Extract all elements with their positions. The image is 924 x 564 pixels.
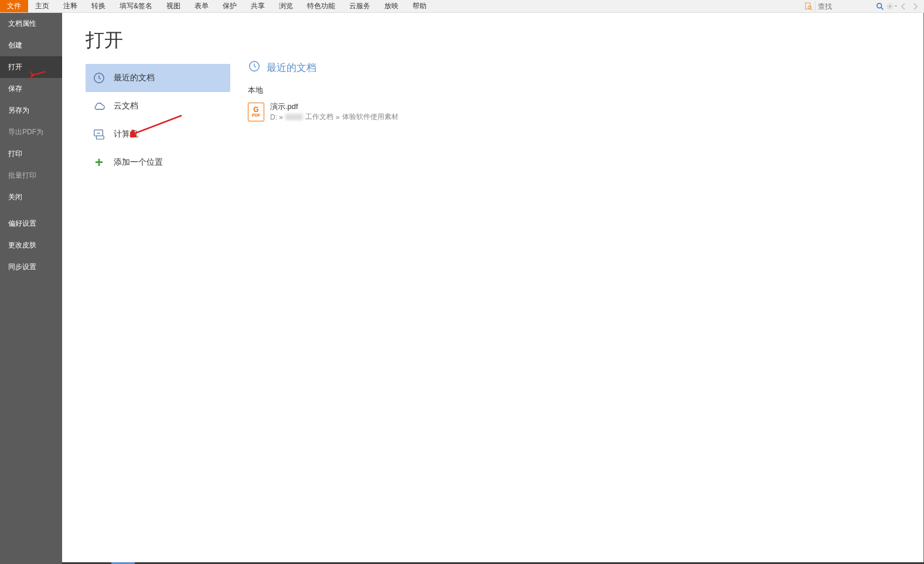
sidebar-item-5: 导出PDF为 [0, 121, 62, 143]
sidebar-item-11[interactable]: 同步设置 [0, 256, 62, 278]
location-label: 添加一个位置 [114, 157, 163, 168]
sidebar-item-9[interactable]: 偏好设置 [0, 213, 62, 235]
menu-tab-3[interactable]: 转换 [84, 0, 112, 12]
recent-file-item[interactable]: GPDF 演示.pdf D: » 工作文档 » 体验软件使用素材 [248, 99, 923, 124]
local-section-label: 本地 [248, 85, 923, 96]
recent-documents-title: 最近的文档 [267, 61, 316, 74]
menu-tab-1[interactable]: 主页 [28, 0, 56, 12]
nav-forward-icon[interactable] [910, 1, 920, 12]
clock-icon [248, 60, 261, 76]
sidebar-item-10[interactable]: 更改皮肤 [0, 235, 62, 256]
file-name: 演示.pdf [270, 101, 398, 112]
sidebar-item-0[interactable]: 文档属性 [0, 13, 62, 35]
clock-icon [93, 72, 105, 84]
menu-tab-11[interactable]: 云服务 [342, 0, 377, 12]
sidebar-item-4[interactable]: 另存为 [0, 100, 62, 121]
open-locations-panel: 打开 最近的文档 云文档 [62, 13, 230, 564]
location-cloud-documents[interactable]: 云文档 [86, 92, 230, 120]
menu-tab-8[interactable]: 共享 [244, 0, 272, 12]
sidebar-item-3[interactable]: 保存 [0, 78, 62, 100]
redacted-segment [285, 114, 303, 120]
menu-tab-4[interactable]: 填写&签名 [112, 0, 159, 12]
main-panel: 打开 最近的文档 云文档 [62, 13, 924, 564]
location-recent-documents[interactable]: 最近的文档 [86, 64, 230, 92]
menu-tab-7[interactable]: 保护 [216, 0, 244, 12]
sidebar-item-8[interactable]: 关闭 [0, 186, 62, 208]
menu-tab-10[interactable]: 特色功能 [300, 0, 342, 12]
sidebar-item-2[interactable]: 打开 [0, 56, 62, 78]
search-doc-icon[interactable] [803, 1, 814, 12]
menu-tab-12[interactable]: 放映 [377, 0, 405, 12]
recent-documents-header: 最近的文档 [248, 60, 923, 76]
recent-documents-panel: 最近的文档 本地 GPDF 演示.pdf D: » 工作文档 » 体验软件使用素… [230, 13, 923, 564]
computer-icon [93, 128, 105, 141]
svg-point-5 [889, 5, 891, 7]
search-icon[interactable] [875, 1, 885, 12]
sidebar-item-1[interactable]: 创建 [0, 35, 62, 56]
nav-back-icon[interactable] [898, 1, 909, 12]
svg-rect-8 [96, 136, 104, 140]
menu-tab-2[interactable]: 注释 [56, 0, 84, 12]
location-computer[interactable]: 计算机 [86, 120, 230, 148]
menu-tab-0[interactable]: 文件 [0, 0, 28, 12]
menu-tab-9[interactable]: 浏览 [272, 0, 300, 12]
svg-point-1 [808, 6, 811, 9]
plus-icon: + [93, 156, 105, 169]
location-label: 最近的文档 [114, 73, 155, 83]
location-label: 云文档 [114, 101, 138, 111]
location-add-place[interactable]: + 添加一个位置 [86, 148, 230, 176]
svg-line-2 [811, 8, 812, 9]
sidebar-item-6[interactable]: 打印 [0, 143, 62, 165]
menu-tab-13[interactable]: 帮助 [405, 0, 434, 12]
cloud-icon [93, 100, 105, 113]
svg-point-3 [877, 3, 882, 8]
top-menu-bar: 文件主页注释转换填写&签名视图表单保护共享浏览特色功能云服务放映帮助 [0, 0, 924, 13]
file-menu-sidebar: 文档属性创建打开保存另存为导出PDF为打印批量打印关闭偏好设置更改皮肤同步设置 [0, 13, 62, 564]
sidebar-item-7: 批量打印 [0, 165, 62, 186]
pdf-file-icon: GPDF [248, 103, 264, 121]
location-label: 计算机 [114, 129, 138, 140]
svg-line-4 [881, 7, 884, 9]
search-input[interactable] [815, 1, 874, 12]
panel-title: 打开 [62, 28, 230, 64]
file-path: D: » 工作文档 » 体验软件使用素材 [270, 112, 398, 122]
gear-icon[interactable] [887, 1, 897, 12]
menu-tab-5[interactable]: 视图 [159, 0, 187, 12]
search-area [803, 0, 924, 12]
menu-tab-6[interactable]: 表单 [187, 0, 216, 12]
